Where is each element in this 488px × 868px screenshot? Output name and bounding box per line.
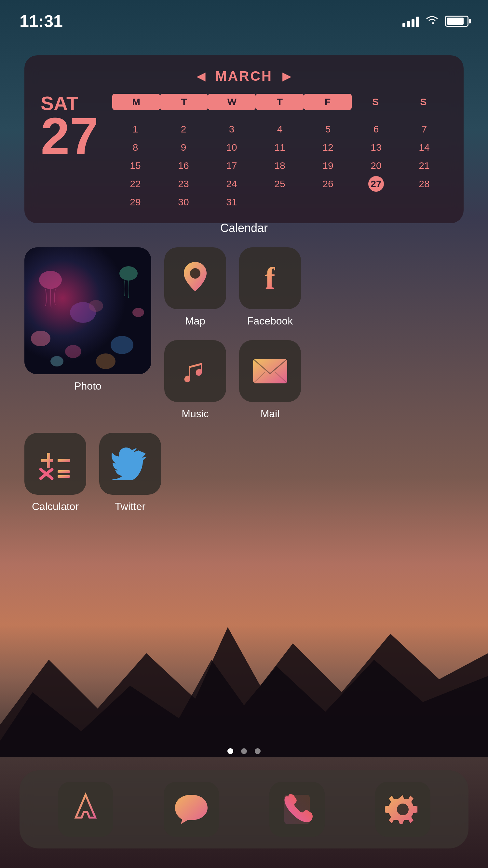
calculator-icon[interactable] [24,433,86,495]
facebook-icon[interactable]: f [239,247,301,309]
app-item-mail[interactable]: Mail [239,340,301,420]
calendar-grid: M T W T F S S 1 2 3 4 [112,94,447,210]
facebook-f-letter: f [265,260,275,296]
mail-label: Mail [261,408,280,420]
page-dots [0,748,488,754]
cal-day-14[interactable]: 14 [401,139,447,156]
map-icon[interactable] [164,247,226,309]
cal-day-30[interactable]: 30 [160,194,206,210]
page-dot-2[interactable] [241,748,247,754]
page-dot-3[interactable] [255,748,261,754]
app-row-main: Photo [24,247,464,420]
svg-point-4 [120,266,138,281]
cal-day-17[interactable]: 17 [208,157,255,174]
svg-point-13 [190,268,200,279]
twitter-icon[interactable] [99,433,161,495]
app-item-twitter[interactable]: Twitter [99,433,161,513]
svg-point-25 [397,804,409,815]
cal-day-24[interactable]: 24 [208,176,255,192]
dock [20,770,468,848]
weekday-tue: T [160,94,208,110]
svg-point-8 [110,336,133,354]
svg-point-3 [39,271,62,289]
cal-day-25[interactable]: 25 [257,176,303,192]
facebook-label: Facebook [247,315,293,327]
photo-icon[interactable] [24,247,151,374]
cal-day-29[interactable]: 29 [112,194,158,210]
app-grid: Photo [24,247,464,526]
cal-day-8[interactable]: 8 [112,139,158,156]
cal-day-31[interactable]: 31 [208,194,255,210]
map-label: Map [185,315,205,327]
svg-rect-17 [58,459,70,462]
music-icon[interactable] [164,340,226,402]
dock-item-settings[interactable] [375,782,430,837]
calculator-label: Calculator [32,501,79,513]
app-item-photo[interactable]: Photo [24,247,151,420]
cal-day-28[interactable]: 28 [401,176,447,192]
wifi-icon [425,14,439,29]
weekday-sun: S [399,94,447,110]
cal-day-11[interactable]: 11 [257,139,303,156]
cal-day-6[interactable]: 6 [353,121,399,137]
svg-point-11 [132,308,144,317]
messages-icon[interactable] [164,782,219,837]
svg-rect-20 [58,470,70,473]
cal-day-4[interactable]: 4 [257,121,303,137]
phone-icon[interactable] [269,782,325,837]
app-item-map[interactable]: Map [164,247,226,327]
calendar-days: 1 2 3 4 5 6 7 8 9 10 11 12 13 14 15 16 1… [112,114,447,210]
cal-day-27-today[interactable]: 27 [368,176,384,192]
weekday-sat: S [352,94,399,110]
cal-day-20[interactable]: 20 [353,157,399,174]
app-row-map-fb: Map f Facebook [164,247,301,327]
calendar-body: SAT 27 M T W T F S S [41,94,447,210]
cal-day-9[interactable]: 9 [160,139,206,156]
page-dot-1[interactable] [227,748,233,754]
cal-day-12[interactable]: 12 [305,139,351,156]
svg-rect-14 [253,359,287,383]
status-time: 11:31 [20,11,63,31]
appstore-icon[interactable] [58,782,113,837]
cal-day-3[interactable]: 3 [208,121,255,137]
photo-bg [24,247,151,374]
signal-bars-icon [402,15,419,27]
cal-day-19[interactable]: 19 [305,157,351,174]
app-item-facebook[interactable]: f Facebook [239,247,301,327]
music-label: Music [182,408,209,420]
calendar-weekdays: M T W T F S S [112,94,447,110]
twitter-label: Twitter [115,501,145,513]
calendar-header: ◀ MARCH ▶ [41,68,447,84]
calendar-prev-button[interactable]: ◀ [196,69,206,83]
app-item-music[interactable]: Music [164,340,226,420]
cal-day-2[interactable]: 2 [160,121,206,137]
settings-icon[interactable] [375,782,430,837]
cal-day-16[interactable]: 16 [160,157,206,174]
cal-day-22[interactable]: 22 [112,176,158,192]
cal-day-13[interactable]: 13 [353,139,399,156]
cal-day-23[interactable]: 23 [160,176,206,192]
cal-day-26[interactable]: 26 [305,176,351,192]
app-col-right: Map f Facebook [164,247,301,420]
dock-item-appstore[interactable] [58,782,113,837]
status-icons [402,14,468,29]
svg-point-10 [51,356,63,367]
calendar-next-button[interactable]: ▶ [282,69,292,83]
calendar-day-number: 27 [41,110,106,162]
cal-day-7[interactable]: 7 [401,121,447,137]
cal-day-1[interactable]: 1 [112,121,158,137]
cal-day-5[interactable]: 5 [305,121,351,137]
dock-item-phone[interactable] [269,782,325,837]
svg-rect-21 [58,475,70,478]
dock-item-messages[interactable] [164,782,219,837]
cal-day-21[interactable]: 21 [401,157,447,174]
app-item-calculator[interactable]: Calculator [24,433,86,513]
cal-day-10[interactable]: 10 [208,139,255,156]
mail-icon[interactable] [239,340,301,402]
calendar-widget-label: Calendar [0,221,488,235]
photo-label: Photo [74,380,101,392]
battery-icon [445,16,468,27]
cal-day-18[interactable]: 18 [257,157,303,174]
cal-day-15[interactable]: 15 [112,157,158,174]
svg-point-6 [89,300,103,312]
